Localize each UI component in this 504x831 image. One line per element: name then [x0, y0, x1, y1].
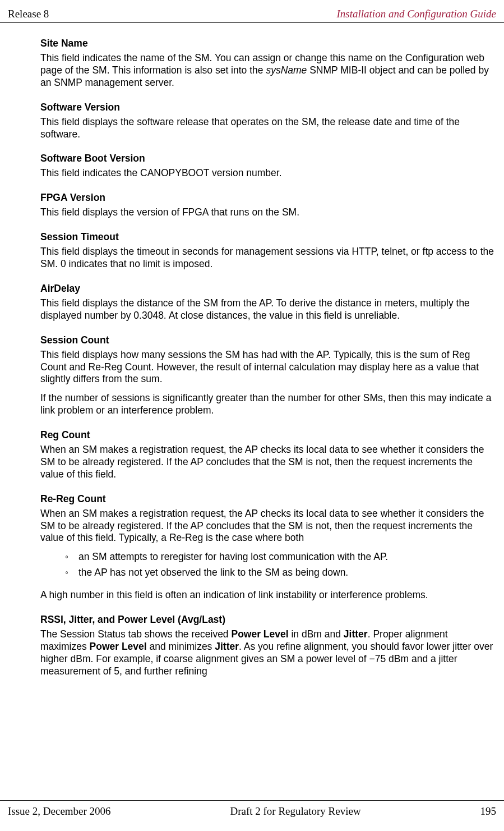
- footer-page-number: 195: [480, 805, 497, 818]
- text: in dBm and: [289, 628, 344, 640]
- para-fpga: This field displays the version of FPGA …: [40, 206, 496, 219]
- para-airdelay: This field displays the distance of the …: [40, 297, 496, 322]
- heading-session-timeout: Session Timeout: [40, 231, 496, 243]
- list-item: the AP has not yet observed the link to …: [65, 567, 496, 579]
- header-guide-title: Installation and Configuration Guide: [337, 8, 496, 20]
- page-content: Site Name This field indicates the name …: [0, 23, 504, 677]
- heading-re-reg-count: Re-Reg Count: [40, 493, 496, 505]
- page-header: Release 8 Installation and Configuration…: [0, 0, 504, 23]
- heading-fpga: FPGA Version: [40, 192, 496, 204]
- text-bold: Power Level: [231, 628, 288, 640]
- heading-software-boot: Software Boot Version: [40, 153, 496, 164]
- para-re-reg-count: When an SM makes a registration request,…: [40, 508, 496, 545]
- heading-rssi: RSSI, Jitter, and Power Level (Avg/Last): [40, 614, 496, 626]
- para-reg-count: When an SM makes a registration request,…: [40, 444, 496, 481]
- heading-reg-count: Reg Count: [40, 429, 496, 441]
- para-software-version: This field displays the software release…: [40, 116, 496, 141]
- text-bold: Jitter: [344, 628, 368, 640]
- list-item: an SM attempts to reregister for having …: [65, 551, 496, 563]
- page-footer: Issue 2, December 2006 Draft 2 for Regul…: [0, 800, 504, 831]
- footer-issue: Issue 2, December 2006: [8, 805, 111, 818]
- text-italic: sysName: [266, 65, 307, 76]
- text-bold: Power Level: [90, 641, 147, 652]
- header-release: Release 8: [8, 8, 49, 20]
- para-session-timeout: This field displays the timeout in secon…: [40, 246, 496, 270]
- re-reg-bullets: an SM attempts to reregister for having …: [65, 551, 496, 579]
- para-re-reg-count-2: A high number in this field is often an …: [40, 589, 496, 602]
- para-session-count-2: If the number of sessions is significant…: [40, 392, 496, 417]
- heading-software-version: Software Version: [40, 102, 496, 113]
- heading-session-count: Session Count: [40, 334, 496, 346]
- footer-draft: Draft 2 for Regulatory Review: [111, 805, 480, 818]
- text-bold: Jitter: [215, 641, 239, 652]
- text: The Session Status tab shows the receive…: [40, 628, 231, 640]
- para-site-name: This field indicates the name of the SM.…: [40, 52, 496, 89]
- para-software-boot: This field indicates the CANOPYBOOT vers…: [40, 167, 496, 180]
- para-session-count-1: This field displays how many sessions th…: [40, 349, 496, 386]
- heading-site-name: Site Name: [40, 38, 496, 49]
- text: and minimizes: [147, 641, 215, 652]
- para-rssi: The Session Status tab shows the receive…: [40, 628, 496, 678]
- heading-airdelay: AirDelay: [40, 283, 496, 295]
